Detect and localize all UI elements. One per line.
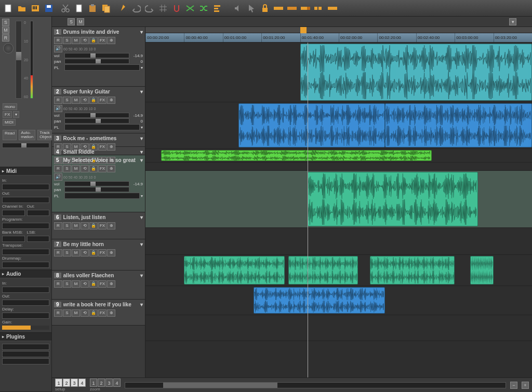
plugin-icon[interactable]: ⊕	[107, 280, 115, 288]
speaker-icon[interactable]: 🔊	[54, 173, 62, 181]
track-menu-icon[interactable]: ▾	[140, 214, 143, 220]
mute-tool-icon[interactable]	[232, 2, 244, 15]
audio-clip[interactable]	[238, 103, 385, 147]
midi-drum-dd[interactable]	[2, 262, 49, 268]
audio-out-dd[interactable]	[2, 300, 49, 306]
ruler-tick[interactable]: 00:02:40:00	[416, 33, 455, 42]
setup-preset-button[interactable]: 1	[55, 379, 62, 387]
midi-section-header[interactable]: Midi	[0, 167, 51, 175]
ruler-tick[interactable]: 00:00:40:00	[184, 33, 222, 42]
track-menu-icon[interactable]: ▾	[140, 241, 143, 247]
save-icon[interactable]	[43, 2, 55, 15]
ruler-tick[interactable]: 00:00:20:00	[145, 33, 184, 42]
ruler-tick[interactable]: 00:03:20:00	[494, 33, 532, 42]
rec-button[interactable]: R	[54, 97, 62, 104]
vol-slider[interactable]	[64, 181, 129, 186]
lock-icon[interactable]	[259, 2, 271, 15]
master-mute-button[interactable]: M	[2, 26, 9, 34]
plugin-slot-2[interactable]	[2, 351, 49, 357]
open-icon[interactable]	[16, 2, 28, 15]
pl-menu-icon[interactable]: ▾	[141, 194, 143, 198]
fx-button[interactable]: FX	[98, 37, 107, 44]
pl-dd[interactable]	[64, 64, 140, 71]
audio-clip[interactable]	[308, 172, 477, 226]
track-lane[interactable]	[145, 228, 532, 255]
hdr-opt-button[interactable]: ▾	[509, 18, 516, 25]
mute-button[interactable]: M	[72, 97, 80, 104]
solo-button[interactable]: S	[63, 165, 71, 172]
group1-icon[interactable]	[272, 2, 285, 15]
ruler-tick[interactable]: 00:02:20:00	[377, 33, 416, 42]
lock-icon[interactable]: 🔒	[89, 37, 98, 44]
mono-button[interactable]: mono	[3, 103, 17, 110]
track-menu-icon[interactable]: ▾	[140, 273, 143, 278]
loop-icon[interactable]: ⟲	[81, 222, 89, 229]
zoom-out-button[interactable]: −	[510, 382, 517, 389]
rec-button[interactable]: R	[54, 222, 62, 229]
copy-icon[interactable]	[100, 2, 112, 15]
midi-button[interactable]: MIDI	[3, 119, 16, 126]
ruler-tick[interactable]: 00:01:20:00	[261, 33, 300, 42]
midi-msb-dd[interactable]	[2, 236, 25, 242]
pl-menu-icon[interactable]: ▾	[141, 125, 143, 130]
ruler-tick[interactable]: 00:01:00:00	[223, 33, 261, 42]
track-menu-icon[interactable]: ▾	[140, 89, 143, 94]
pan-slider[interactable]	[64, 187, 129, 192]
setup-preset-button[interactable]: 4	[78, 379, 86, 387]
plugin-icon[interactable]: ⊕	[107, 165, 115, 172]
solo-button[interactable]: S	[63, 97, 71, 104]
rec-button[interactable]: R	[54, 309, 62, 317]
audio-clip[interactable]	[370, 256, 455, 285]
loop-icon[interactable]: ⟲	[81, 97, 89, 104]
loop-icon[interactable]: ⟲	[81, 249, 89, 256]
master-h-slider[interactable]	[2, 143, 49, 148]
track-lane[interactable]	[145, 149, 532, 163]
speaker-icon[interactable]: 🔊	[54, 45, 62, 52]
lock-icon[interactable]: 🔒	[89, 309, 98, 317]
snap-icon[interactable]	[170, 2, 183, 15]
fx-button[interactable]: FX	[98, 280, 107, 288]
mute-button[interactable]: M	[72, 165, 80, 172]
plugin-icon[interactable]: ⊕	[107, 222, 115, 229]
paste-icon[interactable]	[86, 2, 99, 15]
group5-icon[interactable]	[326, 2, 339, 15]
speaker-icon[interactable]: 🔊	[54, 105, 62, 112]
mute-button[interactable]: M	[72, 309, 80, 317]
crossfade-icon[interactable]	[184, 2, 196, 15]
pl-menu-icon[interactable]: ▾	[141, 65, 143, 70]
zoom-in-button[interactable]: +	[522, 382, 529, 389]
zoom-preset-button[interactable]: 3	[105, 379, 113, 387]
track-header[interactable]: 3Rock me - sometimes▾ R S M ⟲ 🔒 FX ⊕	[52, 133, 145, 147]
audio-section-header[interactable]: Audio	[0, 270, 51, 278]
all-mute-button[interactable]: M	[77, 18, 84, 25]
vol-slider[interactable]	[64, 53, 129, 58]
fx-button[interactable]: FX	[98, 165, 107, 172]
track-header[interactable]: 1Drums invite and drive▾ R S M ⟲ 🔒 FX ⊕ …	[52, 27, 145, 87]
track-object-button[interactable]: Track Object	[37, 130, 54, 140]
track-menu-icon[interactable]: ▾	[140, 302, 143, 307]
zoom-preset-button[interactable]: 4	[113, 379, 121, 387]
track-menu-icon[interactable]: ▾	[140, 29, 143, 35]
redo-icon[interactable]	[143, 2, 156, 15]
master-solo-button[interactable]: S	[2, 19, 9, 26]
plugin-slot-1[interactable]	[2, 344, 49, 350]
master-rec-button[interactable]: R	[2, 34, 9, 42]
track-lane[interactable]	[145, 43, 532, 102]
loop-icon[interactable]: ⟲	[81, 309, 89, 317]
midi-lsb-dd[interactable]	[27, 236, 50, 242]
midi-prog-dd[interactable]	[2, 223, 49, 229]
track-lane[interactable]	[145, 102, 532, 149]
track-header[interactable]: 7Be my little horn▾ R S M ⟲ 🔒 FX ⊕	[52, 239, 145, 271]
audio-clip[interactable]	[184, 256, 284, 285]
new-doc-icon[interactable]	[73, 2, 85, 15]
grid-icon[interactable]	[157, 2, 169, 15]
midi-chin-dd[interactable]	[2, 210, 25, 216]
solo-button[interactable]: S	[63, 222, 71, 229]
midi-chout-dd[interactable]	[27, 210, 50, 216]
fx-dd[interactable]: ▾	[13, 111, 19, 118]
ruler-tick[interactable]: 00:01:40:00	[300, 33, 339, 42]
loop-icon[interactable]: ⟲	[81, 37, 89, 44]
fx-button[interactable]: FX	[98, 97, 107, 104]
audio-clip[interactable]	[288, 256, 358, 285]
solo-button[interactable]: S	[63, 37, 71, 44]
